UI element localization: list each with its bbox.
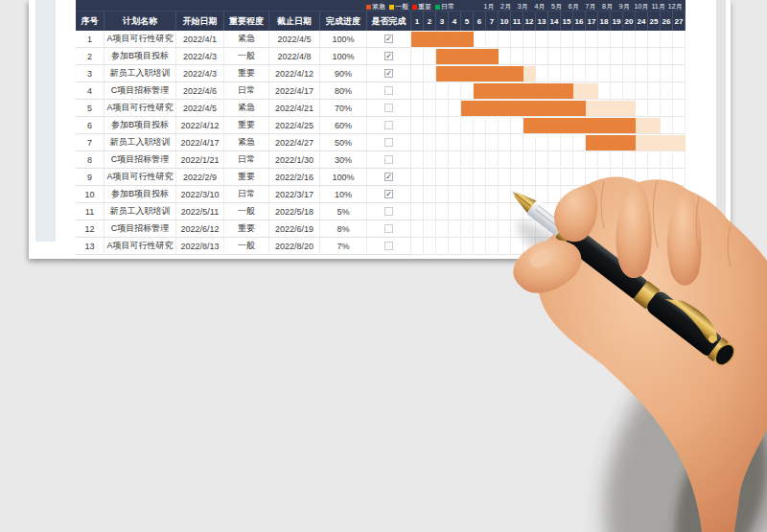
gantt-bar-complete — [523, 118, 636, 133]
legend-label: 紧急 — [372, 3, 385, 11]
done-cell — [367, 134, 411, 150]
day-column-header: 15 — [561, 12, 573, 31]
importance: 紧急 — [224, 100, 269, 116]
legend-item: 一般 — [389, 3, 408, 11]
table-row: 4C项目招标管理2022/4/6日常2022/4/1780% — [76, 82, 411, 100]
end-date: 2022/5/18 — [269, 203, 320, 220]
checkbox-checked[interactable]: ✓ — [384, 190, 393, 198]
checkbox-unchecked[interactable] — [384, 138, 393, 147]
gantt-bar-complete — [461, 101, 586, 116]
chart-topbar: 紧急一般重要日常 1月2月3月4月5月6月7月8月9月10月11月12月 — [76, 0, 686, 11]
start-date: 2022/4/12 — [176, 117, 224, 133]
checkbox-unchecked[interactable] — [384, 86, 393, 95]
table-header-row: 序号计划名称开始日期重要程度截止日期完成进度是否完成12345671011121… — [76, 11, 686, 31]
plan-name: A项目可行性研究 — [105, 100, 176, 116]
gantt-bar-complete — [474, 83, 573, 99]
start-date: 2022/4/5 — [176, 100, 224, 116]
template-page: 紧急一般重要日常 1月2月3月4月5月6月7月8月9月10月11月12月 序号计… — [0, 0, 767, 532]
legend-swatch-icon — [366, 5, 371, 10]
day-column-header: 17 — [586, 12, 598, 31]
table-row: 1A项目可行性研究2022/4/1紧急2022/4/5100%✓ — [76, 31, 411, 48]
table-row: 13A项目可行性研究2022/8/13一般2022/8/207% — [76, 238, 411, 255]
day-column-header: 5 — [461, 12, 474, 31]
day-column-header: 12 — [523, 12, 536, 31]
legend-label: 日常 — [441, 3, 454, 11]
plan-name: A项目可行性研究 — [105, 169, 176, 185]
checkbox-checked[interactable]: ✓ — [384, 35, 393, 43]
progress: 5% — [320, 203, 367, 220]
progress: 50% — [320, 134, 367, 150]
plan-name: A项目可行性研究 — [105, 31, 176, 47]
done-cell — [367, 117, 411, 133]
table-row: 3新员工入职培训2022/4/3重要2022/4/1290%✓ — [76, 65, 411, 82]
checkbox-checked[interactable]: ✓ — [384, 69, 393, 78]
month-label: 5月 — [548, 1, 566, 11]
importance: 日常 — [224, 151, 269, 168]
done-cell — [367, 82, 411, 99]
row-number: 9 — [76, 169, 105, 185]
checkbox-unchecked[interactable] — [384, 207, 393, 216]
start-date: 2022/4/17 — [176, 134, 224, 150]
gantt-bar-remaining — [636, 118, 661, 133]
plan-name: C项目招标管理 — [105, 151, 176, 168]
checkbox-unchecked[interactable] — [384, 155, 393, 164]
month-label: 10月 — [633, 1, 650, 11]
column-header: 序号 — [76, 12, 105, 31]
progress: 90% — [320, 65, 367, 81]
gantt-bar-complete — [586, 135, 636, 150]
row-number: 6 — [76, 117, 105, 133]
plan-name: 新员工入职培训 — [105, 134, 176, 150]
table-row: 2参加B项目投标2022/4/3一般2022/4/8100%✓ — [76, 48, 411, 65]
legend-swatch-icon — [435, 5, 440, 10]
checkbox-checked[interactable]: ✓ — [384, 52, 393, 60]
progress: 100% — [320, 169, 367, 185]
table-row: 6参加B项目投标2022/4/12重要2022/4/2560% — [76, 117, 411, 134]
end-date: 2022/3/17 — [269, 186, 320, 202]
done-cell: ✓ — [367, 48, 411, 64]
end-date: 2022/1/30 — [269, 151, 320, 168]
table-row: 11新员工入职培训2022/5/11一般2022/5/185% — [76, 203, 411, 220]
legend-item: 紧急 — [366, 3, 385, 11]
month-label: 9月 — [616, 1, 633, 11]
legend-label: 重要 — [418, 3, 431, 11]
checkbox-unchecked[interactable] — [384, 121, 393, 129]
gantt-bar-complete — [436, 66, 523, 81]
gantt-bar-remaining — [573, 83, 598, 99]
end-date: 2022/2/16 — [269, 169, 320, 185]
done-cell — [367, 151, 411, 168]
progress: 8% — [320, 220, 367, 237]
plan-name: 参加B项目投标 — [105, 186, 176, 202]
importance: 重要 — [224, 65, 269, 81]
row-number: 11 — [76, 203, 105, 220]
legend-label: 一般 — [395, 3, 408, 11]
importance: 重要 — [224, 220, 269, 237]
end-date: 2022/4/12 — [269, 65, 320, 81]
start-date: 2022/4/3 — [176, 65, 224, 81]
legend-swatch-icon — [412, 5, 417, 10]
plan-name: 新员工入职培训 — [105, 65, 176, 81]
importance-legend: 紧急一般重要日常 — [366, 2, 458, 11]
hand-with-pen-photo — [460, 173, 767, 532]
importance: 一般 — [224, 203, 269, 220]
progress: 60% — [320, 117, 367, 133]
month-label: 8月 — [599, 1, 616, 11]
done-cell — [367, 203, 411, 220]
checkbox-unchecked[interactable] — [384, 104, 393, 112]
importance: 一般 — [224, 48, 269, 64]
start-date: 2022/3/10 — [176, 186, 224, 202]
day-column-header: 6 — [474, 12, 486, 31]
day-column-header: 2 — [424, 12, 436, 31]
checkbox-checked[interactable]: ✓ — [384, 173, 393, 181]
month-label: 7月 — [582, 1, 599, 11]
table-row: 5A项目可行性研究2022/4/5紧急2022/4/2170% — [76, 100, 411, 117]
done-cell — [367, 238, 411, 254]
day-column-header: 18 — [598, 12, 611, 31]
progress: 30% — [320, 151, 367, 168]
progress: 80% — [320, 82, 367, 99]
checkbox-unchecked[interactable] — [384, 242, 393, 250]
column-header: 是否完成 — [367, 12, 411, 31]
row-number: 10 — [76, 186, 105, 202]
checkbox-unchecked[interactable] — [384, 224, 393, 233]
progress: 100% — [320, 48, 367, 64]
table-row: 12C项目招标管理2022/6/12重要2022/6/198% — [76, 220, 411, 238]
